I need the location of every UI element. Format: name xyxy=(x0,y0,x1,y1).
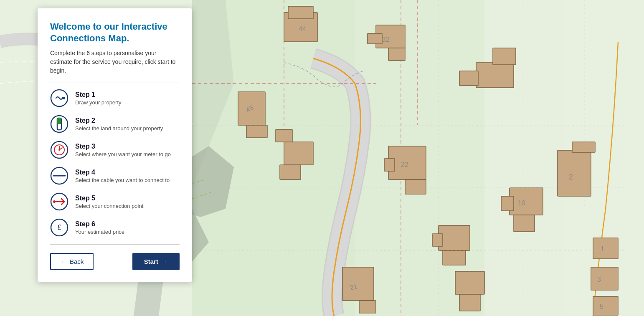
svg-rect-46 xyxy=(439,225,470,250)
step-4-text: Step 4 Select the cable you want to conn… xyxy=(75,169,170,183)
svg-rect-40 xyxy=(593,238,618,259)
svg-rect-21 xyxy=(405,179,426,194)
start-label: Start xyxy=(144,258,158,265)
svg-rect-49 xyxy=(455,271,484,294)
svg-rect-44 xyxy=(593,296,618,315)
svg-rect-33 xyxy=(558,150,591,196)
svg-text:44: 44 xyxy=(299,25,306,33)
svg-rect-38 xyxy=(501,196,514,211)
divider-bottom xyxy=(50,244,180,245)
svg-rect-27 xyxy=(342,267,374,301)
svg-rect-50 xyxy=(459,294,480,311)
svg-text:32: 32 xyxy=(382,36,390,43)
svg-rect-42 xyxy=(591,267,618,290)
svg-rect-31 xyxy=(493,48,516,65)
step-4-icon xyxy=(50,167,68,185)
start-arrow-icon: → xyxy=(162,258,168,265)
step-6-desc: Your estimated price xyxy=(75,229,124,235)
svg-text:3: 3 xyxy=(597,276,601,283)
step-2-text: Step 2 Select the land around your prope… xyxy=(75,117,163,131)
step-5-desc: Select your connection point xyxy=(75,203,143,209)
step-5-item: Step 5 Select your connection point xyxy=(50,192,180,211)
svg-rect-34 xyxy=(572,142,595,152)
step-1-icon xyxy=(50,89,68,107)
step-5-title: Step 5 xyxy=(75,195,143,202)
step-4-desc: Select the cable you want to connect to xyxy=(75,177,170,183)
step-4-title: Step 4 xyxy=(75,169,170,176)
step-3-title: Step 3 xyxy=(75,143,171,150)
svg-rect-24 xyxy=(284,142,313,165)
steps-list: Step 1 Draw your property Step 2 Select … xyxy=(50,89,180,237)
panel-subtitle: Complete the 6 steps to personalise your… xyxy=(50,49,180,75)
back-arrow-icon: ← xyxy=(60,258,66,265)
start-button[interactable]: Start → xyxy=(132,253,180,270)
button-row: ← Back Start → xyxy=(50,253,180,270)
step-1-text: Step 1 Draw your property xyxy=(75,91,122,106)
step-6-title: Step 6 xyxy=(75,220,124,228)
svg-rect-25 xyxy=(280,165,301,179)
step-5-icon xyxy=(50,192,68,211)
back-button[interactable]: ← Back xyxy=(50,253,94,270)
step-1-title: Step 1 xyxy=(75,91,122,99)
step-3-text: Step 3 Select where you want your meter … xyxy=(75,143,171,157)
svg-rect-18 xyxy=(246,125,267,138)
back-label: Back xyxy=(70,258,84,265)
step-1-item: Step 1 Draw your property xyxy=(50,89,180,107)
svg-text:1: 1 xyxy=(601,245,604,253)
svg-rect-28 xyxy=(359,301,376,313)
step-3-item: Step 3 Select where you want your meter … xyxy=(50,141,180,159)
svg-rect-32 xyxy=(459,71,478,86)
svg-rect-26 xyxy=(276,129,292,142)
step-2-desc: Select the land around your property xyxy=(75,125,163,131)
svg-text:£: £ xyxy=(58,223,61,232)
panel-title: Welcome to our Interactive Connections M… xyxy=(50,21,180,44)
svg-point-70 xyxy=(58,149,60,151)
step-5-text: Step 5 Select your connection point xyxy=(75,195,143,209)
svg-rect-14 xyxy=(388,48,405,61)
svg-text:2: 2 xyxy=(569,173,573,181)
svg-text:10: 10 xyxy=(518,200,525,207)
step-3-icon xyxy=(50,141,68,159)
svg-rect-22 xyxy=(384,159,395,171)
welcome-panel: Welcome to our Interactive Connections M… xyxy=(38,8,192,282)
step-2-icon xyxy=(50,115,68,133)
svg-rect-48 xyxy=(432,234,443,246)
step-1-desc: Draw your property xyxy=(75,99,122,106)
step-2-item: Step 2 Select the land around your prope… xyxy=(50,115,180,133)
divider-top xyxy=(50,83,180,83)
svg-rect-36 xyxy=(510,188,543,215)
step-6-item: £ Step 6 Your estimated price xyxy=(50,218,180,237)
svg-rect-30 xyxy=(476,63,514,88)
step-2-title: Step 2 xyxy=(75,117,163,124)
step-6-icon: £ xyxy=(50,218,68,237)
step-4-item: Step 4 Select the cable you want to conn… xyxy=(50,167,180,185)
svg-rect-65 xyxy=(57,118,61,124)
svg-rect-47 xyxy=(443,250,466,265)
svg-text:5: 5 xyxy=(600,303,603,310)
svg-point-75 xyxy=(53,200,56,203)
svg-text:22: 22 xyxy=(401,161,408,168)
svg-rect-11 xyxy=(288,6,313,19)
step-6-text: Step 6 Your estimated price xyxy=(75,220,124,235)
svg-rect-15 xyxy=(368,33,382,44)
svg-rect-37 xyxy=(514,215,535,232)
step-3-desc: Select where you want your meter to go xyxy=(75,151,171,157)
